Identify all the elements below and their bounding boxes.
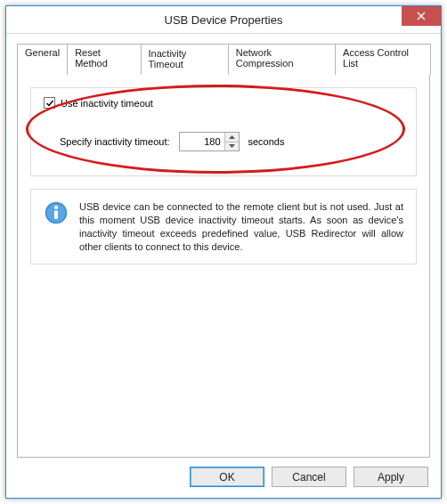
tab-general[interactable]: General (17, 44, 68, 75)
tab-network-compression[interactable]: Network Compression (228, 44, 336, 75)
info-panel: USB device can be connected to the remot… (30, 189, 417, 264)
tab-reset-method[interactable]: Reset Method (67, 44, 141, 75)
timeout-input[interactable] (180, 133, 224, 150)
use-inactivity-label: Use inactivity timeout (61, 98, 153, 109)
dialog-window: USB Device Properties General Reset Meth… (5, 5, 442, 499)
ok-button[interactable]: OK (190, 467, 264, 487)
timeout-spinner (179, 132, 240, 151)
svg-rect-3 (54, 210, 58, 219)
use-inactivity-checkbox[interactable] (44, 97, 55, 109)
info-icon (44, 200, 69, 225)
cancel-button[interactable]: Cancel (272, 467, 346, 487)
client-area: General Reset Method Inactivity Timeout … (6, 34, 441, 498)
svg-point-2 (54, 206, 58, 209)
tab-access-control-list[interactable]: Access Control List (335, 44, 431, 75)
close-button[interactable] (402, 6, 441, 26)
tabstrip: General Reset Method Inactivity Timeout … (17, 43, 430, 74)
info-text: USB device can be connected to the remot… (79, 200, 403, 253)
apply-button[interactable]: Apply (354, 467, 428, 487)
tab-page: Use inactivity timeout Specify inactivit… (17, 74, 430, 458)
timeout-unit-label: seconds (248, 136, 285, 147)
specify-timeout-label: Specify inactivity timeout: (60, 136, 170, 147)
button-bar: OK Cancel Apply (17, 458, 430, 489)
chevron-down-icon (229, 144, 235, 148)
checkmark-icon (45, 99, 54, 108)
tab-inactivity-timeout[interactable]: Inactivity Timeout (141, 44, 229, 75)
chevron-up-icon (229, 135, 235, 139)
window-title: USB Device Properties (165, 13, 283, 27)
close-icon (417, 12, 426, 20)
timeout-spin-down[interactable] (225, 142, 239, 151)
titlebar: USB Device Properties (6, 6, 441, 34)
inactivity-group: Use inactivity timeout Specify inactivit… (30, 87, 417, 176)
timeout-spin-up[interactable] (225, 133, 239, 142)
